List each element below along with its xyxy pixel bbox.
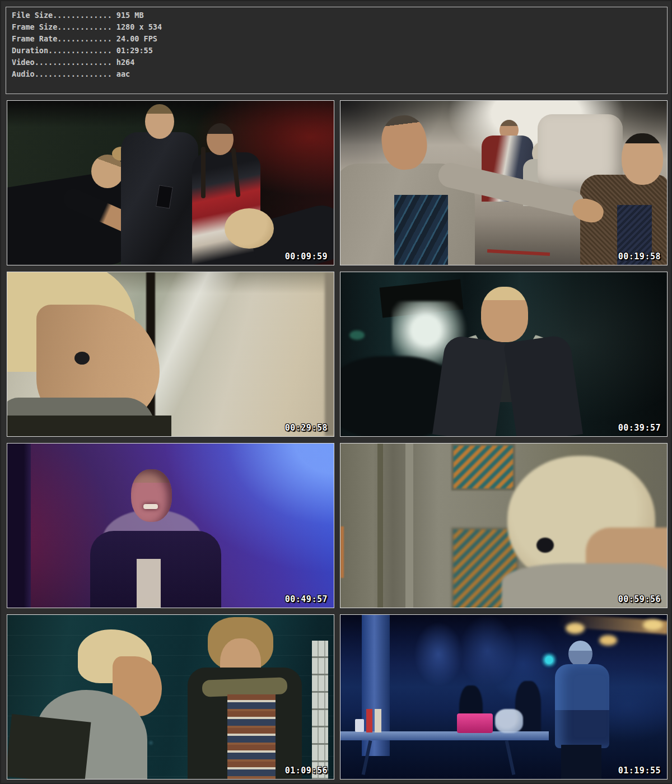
info-value: 24.00 FPS — [112, 34, 157, 43]
timestamp-overlay: 00:59:56 — [618, 595, 661, 604]
jacket-side — [503, 334, 583, 437]
screenshot-thumbnail-6: 00:59:56 — [340, 443, 668, 608]
file-info-box: File Size.............915 MB Frame Size.… — [6, 7, 668, 94]
folding-table — [340, 731, 549, 740]
window-frame-bar — [325, 272, 334, 436]
info-value: h264 — [112, 58, 135, 67]
door-frame-line — [377, 444, 383, 608]
info-value: 01:29:55 — [112, 46, 153, 55]
dark-jacket — [7, 714, 91, 780]
bokeh-light — [349, 330, 365, 340]
timestamp-overlay: 00:39:57 — [618, 424, 661, 432]
braid — [201, 147, 206, 198]
file-info-row: Frame Size............1280 x 534 — [12, 21, 667, 33]
timestamp-overlay: 01:09:56 — [285, 767, 328, 775]
bent-blond-head — [225, 208, 274, 249]
person-head — [131, 469, 172, 522]
info-label: Audio — [12, 69, 35, 78]
screenshot-thumbnail-8: 01:19:55 — [340, 614, 668, 780]
screenshot-sheet: File Size.............915 MB Frame Size.… — [0, 0, 672, 784]
jacket-shoulder — [7, 416, 171, 437]
condiment-bottles — [366, 709, 381, 732]
earbud — [74, 352, 90, 365]
screenshot-thumbnail-5: 00:49:57 — [7, 443, 334, 608]
person-head — [568, 641, 592, 667]
light-shirt — [137, 559, 161, 608]
file-info-row: Video.................h264 — [12, 57, 667, 68]
standing-man-legs — [561, 745, 601, 779]
file-info-row: File Size.............915 MB — [12, 10, 667, 21]
timestamp-overlay: 00:19:58 — [618, 253, 661, 261]
seat-trim — [487, 249, 550, 256]
paper-cup — [355, 719, 364, 732]
ceiling-lamp — [599, 635, 617, 646]
patterned-shirt — [394, 195, 448, 265]
water-bottles — [495, 709, 523, 733]
info-label: Video — [12, 58, 35, 67]
screenshot-thumbnail-2: 00:19:58 — [340, 100, 668, 265]
patterned-panel — [451, 444, 515, 491]
screenshot-thumbnail-1: 00:09:59 — [7, 100, 334, 265]
info-dots: ................. — [35, 69, 112, 78]
timestamp-overlay: 01:19:55 — [618, 767, 661, 775]
table-leg — [505, 740, 516, 775]
grinning-teeth — [143, 504, 158, 509]
cyan-light-column — [545, 656, 553, 729]
info-label: Frame Rate — [12, 34, 57, 43]
info-value: aac — [112, 69, 130, 78]
white-lattice-post — [312, 641, 328, 779]
info-value: 915 MB — [112, 11, 144, 20]
cyan-light-dot — [545, 656, 553, 664]
person-head — [145, 104, 174, 139]
info-dots: .............. — [48, 46, 112, 55]
pink-box — [457, 713, 493, 733]
timestamp-overlay: 00:29:58 — [285, 424, 328, 432]
info-dots: ............. — [53, 11, 112, 20]
door-frame-line — [405, 444, 413, 608]
person-head — [207, 123, 234, 155]
patterned-sweater — [227, 694, 276, 780]
timestamp-overlay: 00:49:57 — [285, 595, 328, 604]
ceiling-lamp — [643, 619, 663, 631]
info-dots: ................. — [35, 58, 112, 67]
file-info-row: Frame Rate............24.00 FPS — [12, 33, 667, 45]
timestamp-overlay: 00:09:59 — [285, 253, 328, 261]
person-head — [481, 287, 528, 342]
screenshot-thumbnail-3: 00:29:58 — [7, 272, 334, 437]
earbud — [536, 538, 554, 553]
standing-man — [555, 664, 609, 748]
person-head — [622, 133, 663, 185]
screenshot-thumbnail-4: 00:39:57 — [340, 272, 668, 437]
info-dots: ............ — [57, 34, 112, 43]
file-info-row: Audio.................aac — [12, 68, 667, 80]
info-label: Duration — [12, 46, 48, 55]
info-label: File Size — [12, 11, 53, 20]
info-label: Frame Size — [12, 22, 57, 31]
file-info-row: Duration..............01:29:55 — [12, 45, 667, 57]
info-value: 1280 x 534 — [112, 22, 162, 31]
jacket-side — [432, 334, 508, 437]
info-dots: ............ — [57, 22, 112, 31]
foreground-sliver — [340, 526, 344, 578]
dark-doorway — [7, 444, 31, 608]
ceiling-lamp — [566, 623, 585, 634]
screenshot-thumbnail-7: 01:09:56 — [7, 614, 334, 780]
